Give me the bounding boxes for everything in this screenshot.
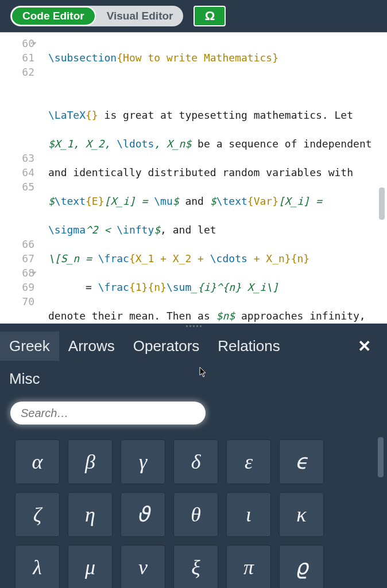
symbol-gamma[interactable]: γ — [121, 439, 165, 484]
token-arg: {X_1 + X_2 + — [129, 252, 210, 264]
line-number: 64 — [2, 165, 34, 180]
line-number: 67 — [2, 251, 34, 266]
token-cmd: \text — [55, 195, 86, 207]
splitter-handle-icon — [186, 325, 202, 327]
token-cmd: \ldots — [117, 138, 154, 150]
token-cmd: \frac — [98, 252, 129, 264]
token-text: , and let — [160, 224, 216, 236]
token-text: and identically distributed random varia… — [48, 166, 359, 178]
token-cmd: \sum — [167, 281, 191, 293]
line-number — [2, 94, 34, 108]
symbol-palette: Greek Arrows Operators Relations ✕ Misc … — [0, 328, 387, 588]
symbol-theta[interactable]: θ — [173, 492, 218, 537]
token-cmd: \cdots — [210, 252, 247, 264]
line-number: 62 — [2, 65, 34, 79]
symbol-search-input[interactable] — [10, 402, 206, 425]
token-math: [X_i] = — [278, 195, 328, 207]
token-math: \[S_n = — [48, 252, 98, 264]
symbol-varrho[interactable]: ϱ — [279, 545, 324, 588]
symbol-nu[interactable]: ν — [121, 545, 165, 588]
symbol-pi[interactable]: π — [226, 545, 271, 588]
symbol-xi[interactable]: ξ — [173, 545, 218, 588]
token-text: approaches infinity, — [235, 310, 371, 322]
line-number: 70 — [2, 294, 34, 309]
symbol-iota[interactable]: ι — [226, 492, 271, 537]
line-number: 60 — [2, 36, 34, 50]
editor-mode-toggle: Code Editor Visual Editor — [10, 6, 183, 26]
token-text: be a sequence of independent — [191, 138, 378, 150]
line-number: 68 — [2, 266, 34, 280]
symbol-alpha[interactable]: α — [15, 439, 60, 484]
symbol-search-wrap — [0, 394, 387, 435]
omega-icon: Ω — [205, 9, 215, 24]
visual-editor-tab[interactable]: Visual Editor — [96, 6, 184, 26]
symbol-vartheta[interactable]: ϑ — [121, 492, 165, 537]
symbol-delta[interactable]: δ — [173, 439, 218, 484]
editor-scrollbar-thumb[interactable] — [379, 188, 385, 220]
palette-scrollbar[interactable] — [377, 435, 385, 588]
token-arg: {How to write Mathematics} — [117, 52, 278, 64]
symbol-lambda[interactable]: λ — [15, 545, 60, 588]
palette-scrollbar-thumb[interactable] — [378, 437, 384, 477]
token-cmd: \LaTeX — [48, 109, 86, 121]
line-number: 66 — [2, 237, 34, 251]
code-editor[interactable]: 60 61 62 63 64 65 66 67 68 69 70 \subsec… — [0, 32, 387, 324]
token-math: $ — [48, 195, 55, 207]
token-text: = — [48, 281, 98, 293]
line-number — [2, 108, 34, 122]
symbol-mu[interactable]: μ — [68, 545, 113, 588]
line-number: 63 — [2, 151, 34, 165]
token-arg: {E} — [86, 195, 105, 207]
pane-splitter[interactable] — [0, 324, 387, 328]
symbol-tabs-row2: Misc — [0, 361, 387, 394]
line-number — [2, 223, 34, 237]
top-toolbar: Code Editor Visual Editor Ω — [0, 0, 387, 32]
symbol-kappa[interactable]: κ — [279, 492, 324, 537]
symbol-grid: α β γ δ ε ϵ ζ η ϑ θ ι κ λ μ ν ξ π ϱ — [0, 435, 387, 588]
token-arg: {1}{n} — [129, 281, 167, 293]
symbol-zeta[interactable]: ζ — [15, 492, 60, 537]
symbol-palette-button[interactable]: Ω — [194, 6, 226, 26]
token-math: _{i}^{n} X_i\] — [191, 281, 278, 293]
close-palette-button[interactable]: ✕ — [350, 332, 379, 360]
close-icon: ✕ — [358, 337, 371, 355]
line-number — [2, 208, 34, 223]
token-text: is great at typesetting mathematics. Let — [98, 109, 359, 121]
token-text: denote their mean. Then as — [48, 310, 216, 322]
token-cmd: \sigma — [48, 224, 86, 236]
symbol-beta[interactable]: β — [68, 439, 113, 484]
token-arg: {} — [86, 109, 98, 121]
token-math: [X_i] = — [105, 195, 154, 207]
editor-scrollbar[interactable] — [378, 33, 386, 324]
line-gutter: 60 61 62 63 64 65 66 67 68 69 70 — [0, 33, 40, 324]
token-cmd: \mu — [154, 195, 173, 207]
code-editor-tab[interactable]: Code Editor — [11, 6, 96, 26]
token-text: and — [179, 195, 210, 207]
line-number: 61 — [2, 50, 34, 65]
line-number — [2, 194, 34, 208]
symbol-tabs: Greek Arrows Operators Relations ✕ — [0, 328, 387, 361]
token-math: $X_1, X_2, — [48, 138, 117, 150]
tab-operators[interactable]: Operators — [124, 332, 209, 361]
token-cmd: \subsection — [48, 52, 117, 64]
code-content[interactable]: \subsection{How to write Mathematics} \L… — [40, 33, 387, 324]
token-cmd: \text — [216, 195, 247, 207]
token-cmd: \infty — [117, 224, 154, 236]
line-number: 69 — [2, 280, 34, 294]
tab-greek[interactable]: Greek — [0, 332, 59, 361]
symbol-varepsilon[interactable]: ϵ — [279, 439, 324, 484]
line-number: 65 — [2, 180, 34, 194]
line-number — [2, 137, 34, 151]
tab-misc[interactable]: Misc — [0, 364, 49, 394]
token-math: ^2 < — [86, 224, 117, 236]
line-number — [2, 79, 34, 94]
token-math: , X_n$ — [154, 138, 191, 150]
symbol-eta[interactable]: η — [68, 492, 113, 537]
tab-arrows[interactable]: Arrows — [59, 332, 124, 361]
token-math: $n$ — [216, 310, 235, 322]
symbol-epsilon[interactable]: ε — [226, 439, 271, 484]
token-math: $ — [173, 195, 179, 207]
tab-relations[interactable]: Relations — [208, 332, 289, 361]
token-arg: {Var} — [247, 195, 278, 207]
token-arg: + X_n}{n} — [247, 252, 309, 264]
